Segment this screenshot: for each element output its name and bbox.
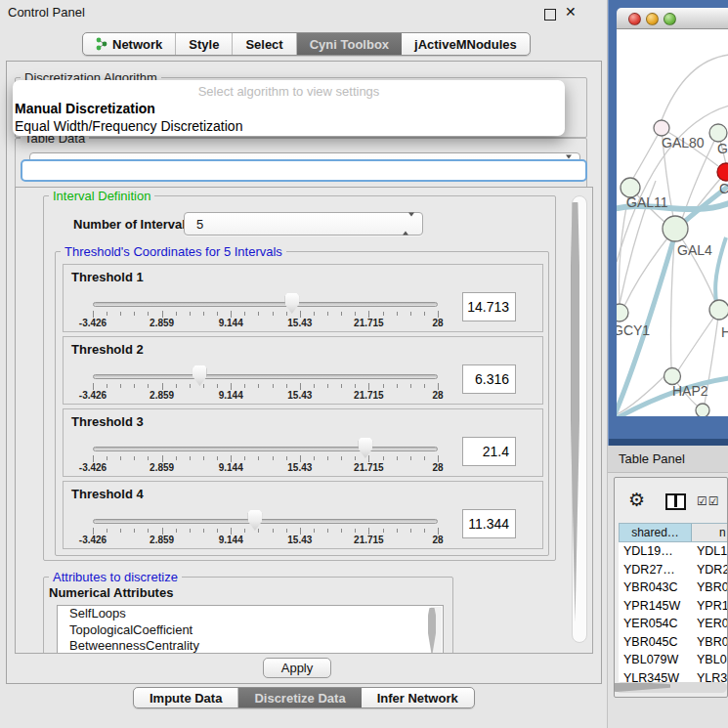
cell-shared-name: YPR145W: [619, 599, 691, 613]
network-node[interactable]: [663, 216, 688, 241]
cell-name: YER0: [691, 617, 728, 630]
table-row[interactable]: YDR27…YDR2: [619, 561, 728, 579]
tab-label: Style: [189, 37, 219, 52]
cell-shared-name: YBR043C: [619, 580, 691, 594]
number-of-intervals-combobox[interactable]: 5: [184, 212, 423, 236]
select-columns-checkboxes-icon[interactable]: ☑☑: [697, 494, 720, 508]
close-icon[interactable]: ✕: [565, 4, 577, 20]
mac-minimize-button[interactable]: [646, 13, 659, 25]
slider-thumb[interactable]: [247, 510, 262, 531]
cell-name: YBL0: [691, 653, 728, 666]
table-row[interactable]: YBL079WYBL0: [619, 651, 728, 669]
tick-label: 2.859: [150, 390, 174, 401]
network-canvas[interactable]: GAL80GACGAL11GAL4GCY1HHAP2: [617, 29, 728, 416]
cell-shared-name: YBL079W: [619, 653, 691, 666]
tab-discretize-data[interactable]: Discretize Data: [238, 688, 361, 707]
tick-label: 9.144: [219, 390, 243, 401]
network-node[interactable]: [617, 304, 628, 321]
network-node[interactable]: [709, 300, 728, 320]
float-window-icon[interactable]: [544, 9, 556, 21]
network-edge[interactable]: [678, 310, 719, 370]
panel-scrollbar[interactable]: [572, 195, 587, 643]
tick-label: 28: [432, 390, 443, 401]
cell-shared-name: YDR27…: [619, 563, 691, 577]
tab-select[interactable]: Select: [233, 33, 296, 55]
slider-thumb[interactable]: [193, 365, 207, 386]
tab-label: Cyni Toolbox: [310, 37, 389, 52]
threshold-box: Threshold 1-3.4262.8599.14415.4321.71528…: [63, 264, 543, 332]
tab-jactivemnodules[interactable]: jActiveMNodules: [402, 33, 530, 55]
threshold-slider[interactable]: -3.4262.8599.14415.4321.71528: [93, 265, 438, 333]
table-row[interactable]: YBR043CYBR0: [619, 578, 728, 597]
numerical-attributes-list[interactable]: SelfLoopsTopologicalCoefficientBetweenne…: [57, 605, 444, 654]
tab-network[interactable]: Network: [83, 33, 176, 55]
network-node[interactable]: [696, 404, 709, 416]
network-node[interactable]: [664, 368, 681, 385]
table-header-row[interactable]: shared… n: [619, 523, 728, 542]
threshold-value-field[interactable]: 14.713: [462, 292, 516, 321]
tick-label: 15.43: [287, 535, 312, 545]
network-window-titlebar[interactable]: [617, 8, 728, 29]
network-node[interactable]: [717, 163, 728, 181]
table-row[interactable]: YBR045CYBR0: [619, 633, 728, 652]
slider-track: [93, 374, 438, 379]
cell-shared-name: YDL19…: [619, 544, 691, 558]
threshold-box: Threshold 2-3.4262.8599.14415.4321.71528…: [63, 336, 543, 405]
apply-button[interactable]: Apply: [263, 658, 331, 678]
tab-impute-data[interactable]: Impute Data: [134, 688, 238, 707]
table-row[interactable]: YER054CYER0: [619, 615, 728, 633]
network-edge[interactable]: [662, 55, 728, 120]
threshold-value-field[interactable]: 21.4: [462, 437, 516, 466]
mac-close-button[interactable]: [628, 13, 641, 25]
tick-label: 28: [432, 462, 443, 473]
threshold-value-field[interactable]: 11.344: [462, 509, 516, 538]
tick-label: -3.426: [79, 535, 107, 545]
columns-icon[interactable]: [665, 493, 686, 510]
attribute-item[interactable]: TopologicalCoefficient: [58, 622, 443, 639]
tab-style[interactable]: Style: [176, 33, 233, 55]
interval-definition-title: Interval Definition: [49, 189, 154, 203]
slider-thumb[interactable]: [358, 438, 372, 458]
slider-thumb[interactable]: [284, 293, 299, 314]
network-node[interactable]: [654, 120, 669, 136]
mac-zoom-button[interactable]: [664, 13, 676, 25]
horizontal-scrollbar[interactable]: [616, 682, 727, 693]
tab-label: Discretize Data: [254, 691, 345, 706]
tick-label: 2.859: [150, 318, 174, 328]
attribute-item[interactable]: BetweennessCentrality: [58, 638, 443, 654]
node-label: HAP2: [672, 383, 708, 399]
column-header-name[interactable]: n: [692, 524, 728, 541]
cell-name: YBR0: [691, 580, 728, 594]
threshold-value-field[interactable]: 6.316: [462, 364, 516, 394]
threshold-slider[interactable]: -3.4262.8599.14415.4321.71528: [93, 409, 438, 478]
threshold-slider[interactable]: -3.4262.8599.14415.4321.71528: [93, 337, 438, 406]
table-row[interactable]: YDL19…YDL1: [619, 542, 728, 561]
table-row[interactable]: YPR145WYPR1: [619, 597, 728, 616]
cell-name: YBR0: [691, 635, 728, 649]
column-header-shared[interactable]: shared…: [620, 524, 692, 541]
list-scrollbar[interactable]: [431, 607, 442, 654]
tab-label: Infer Network: [377, 691, 458, 706]
network-edge[interactable]: [632, 128, 662, 180]
numerical-attributes-label: Numerical Attributes: [49, 585, 173, 600]
algorithm-option[interactable]: Manual Discretization: [13, 100, 565, 117]
threshold-slider[interactable]: -3.4262.8599.14415.4321.71528: [93, 482, 438, 550]
tick-label: 9.144: [219, 462, 243, 473]
tab-cyni-toolbox[interactable]: Cyni Toolbox: [297, 33, 402, 55]
node-label: GAL80: [662, 135, 705, 150]
attribute-item[interactable]: SelfLoops: [58, 606, 443, 622]
tick-label: 15.43: [287, 462, 312, 473]
algorithm-hint-option[interactable]: Select algorithm to view settings: [13, 83, 565, 100]
algorithm-combobox[interactable]: [21, 159, 587, 182]
node-label: GCY1: [617, 322, 650, 338]
table-rows: YDL19…YDL1YDR27…YDR2YBR043CYBR0YPR145WYP…: [615, 542, 728, 683]
tab-infer-network[interactable]: Infer Network: [362, 688, 474, 707]
algorithm-option[interactable]: Equal Width/Frequency Discretization: [13, 117, 565, 135]
slider-track: [93, 447, 438, 451]
network-node[interactable]: [709, 124, 727, 142]
node-table-card: ⚙ ☑☑ shared… n YDL19…YDL1YDR27…YDR2YBR04…: [614, 477, 728, 698]
table-row[interactable]: YLR345WYLR3: [619, 669, 728, 684]
tab-label: jActiveMNodules: [414, 37, 517, 52]
gear-icon[interactable]: ⚙: [628, 491, 645, 510]
tick-label: -3.426: [79, 390, 107, 401]
